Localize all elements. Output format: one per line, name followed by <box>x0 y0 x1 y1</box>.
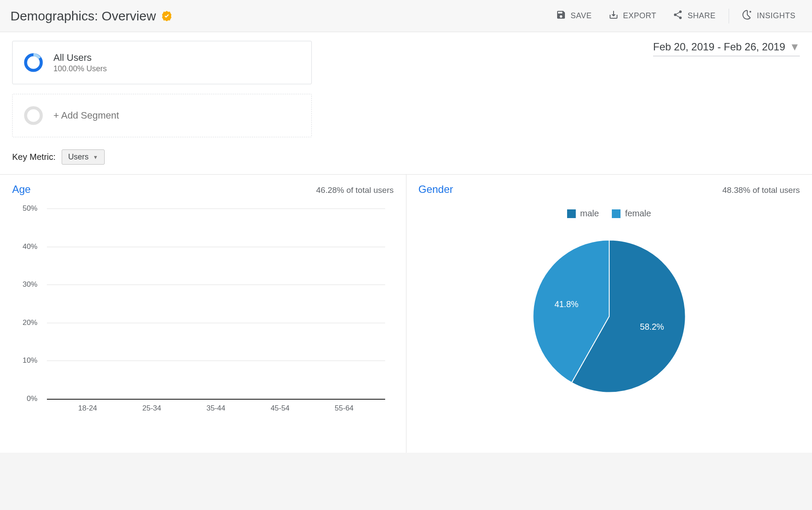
x-tick: 35-44 <box>190 400 242 417</box>
x-tick: 25-34 <box>126 400 178 417</box>
legend-label: female <box>625 209 651 219</box>
toolbar: SAVE EXPORT SHARE INSIGHTS <box>550 6 802 26</box>
page-title: Demographics: Overview <box>10 9 156 23</box>
save-icon <box>556 10 566 22</box>
share-icon <box>673 10 683 22</box>
save-button[interactable]: SAVE <box>550 6 598 26</box>
share-button[interactable]: SHARE <box>667 6 722 26</box>
export-icon <box>608 10 619 22</box>
date-range-text: Feb 20, 2019 - Feb 26, 2019 <box>653 41 785 53</box>
y-tick: 0% <box>26 394 37 403</box>
metric-select[interactable]: Users ▼ <box>62 149 105 165</box>
svg-point-0 <box>749 11 751 13</box>
top-header: Demographics: Overview SAVE EXPORT <box>0 0 812 32</box>
x-tick: 45-54 <box>254 400 306 417</box>
add-segment-button[interactable]: + Add Segment <box>12 94 312 137</box>
donut-icon <box>23 52 44 73</box>
panel-age-title: Age <box>12 183 31 195</box>
y-tick: 50% <box>23 204 37 213</box>
segment-title: All Users <box>53 52 107 63</box>
share-label: SHARE <box>687 11 716 20</box>
panel-gender-subtitle: 48.38% of total users <box>723 185 800 195</box>
legend-item-female[interactable]: female <box>612 209 651 219</box>
legend-item-male[interactable]: male <box>567 209 599 219</box>
age-bar-chart: 0%10%20%30%40%50% 18-2425-3435-4445-5455… <box>34 209 385 417</box>
x-tick: 55-64 <box>318 400 370 417</box>
legend-label: male <box>580 209 599 219</box>
legend-swatch <box>612 209 621 218</box>
panel-age: Age 46.28% of total users 0%10%20%30%40%… <box>0 175 406 453</box>
pie-label-female: 41.8% <box>555 299 578 309</box>
svg-point-2 <box>26 108 41 123</box>
export-label: EXPORT <box>623 11 657 20</box>
x-tick: 18-24 <box>62 400 114 417</box>
metric-select-value: Users <box>68 152 89 162</box>
panel-gender-title: Gender <box>419 183 453 195</box>
export-button[interactable]: EXPORT <box>602 6 663 26</box>
gender-legend: malefemale <box>567 209 651 219</box>
pie-label-male: 58.2% <box>640 322 664 331</box>
y-tick: 20% <box>23 318 37 327</box>
y-tick: 30% <box>23 280 37 289</box>
insights-label: INSIGHTS <box>757 11 795 20</box>
key-metric-label: Key Metric: <box>12 152 56 162</box>
chevron-down-icon: ▼ <box>93 154 98 160</box>
gender-pie-chart: 58.2%41.8% <box>525 232 694 401</box>
segment-subtitle: 100.00% Users <box>53 64 107 73</box>
add-segment-label: + Add Segment <box>53 110 119 121</box>
save-label: SAVE <box>571 11 592 20</box>
toolbar-divider <box>729 9 729 23</box>
y-tick: 40% <box>23 242 37 251</box>
panel-gender: Gender 48.38% of total users malefemale … <box>406 175 812 453</box>
legend-swatch <box>567 209 576 218</box>
panel-age-subtitle: 46.28% of total users <box>316 185 394 195</box>
segment-all-users[interactable]: All Users 100.00% Users <box>12 41 312 84</box>
verified-badge-icon <box>161 10 172 22</box>
y-tick: 10% <box>23 356 37 365</box>
donut-placeholder-icon <box>23 105 44 126</box>
insights-icon <box>742 10 753 22</box>
chevron-down-icon: ▼ <box>789 41 800 53</box>
insights-button[interactable]: INSIGHTS <box>736 6 802 26</box>
date-range-picker[interactable]: Feb 20, 2019 - Feb 26, 2019 ▼ <box>653 41 800 56</box>
